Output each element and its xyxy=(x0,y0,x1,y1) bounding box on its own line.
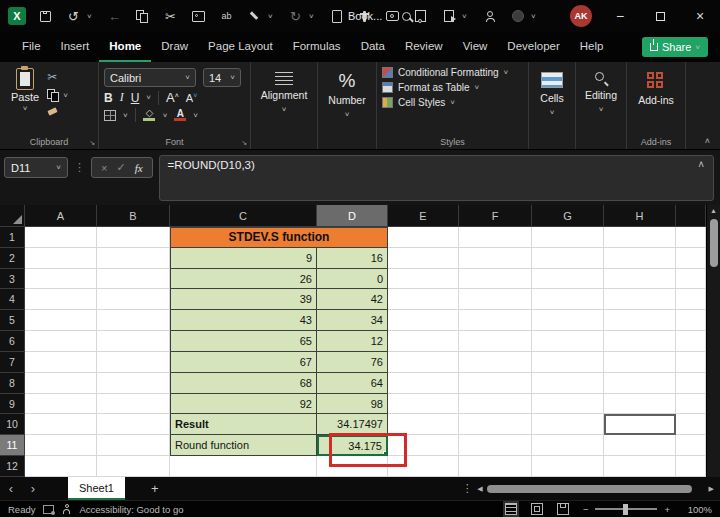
font-size-select[interactable]: 14˅ xyxy=(203,68,241,87)
cell-c3[interactable]: 26 xyxy=(170,269,317,290)
tab-developer[interactable]: Developer xyxy=(497,32,569,62)
cell-c2[interactable]: 9 xyxy=(170,248,317,269)
cell-g3[interactable] xyxy=(532,269,604,290)
tab-help[interactable]: Help xyxy=(570,32,614,62)
cell-h2[interactable] xyxy=(604,248,676,269)
cell-d4[interactable]: 42 xyxy=(317,289,388,310)
row-header-1[interactable]: 1 xyxy=(0,227,25,248)
fill-color-dropdown-icon[interactable]: ˅ xyxy=(163,111,168,120)
cell-a10[interactable] xyxy=(25,414,97,435)
cell-f5[interactable] xyxy=(459,310,532,331)
vertical-scroll-thumb[interactable] xyxy=(710,219,718,267)
add-sheet-button[interactable]: + xyxy=(145,481,165,496)
cell-a5[interactable] xyxy=(25,310,97,331)
row-header-5[interactable]: 5 xyxy=(0,310,25,331)
new-document-icon[interactable] xyxy=(328,8,345,25)
cell-i5[interactable] xyxy=(676,310,706,331)
zoom-slider-thumb[interactable] xyxy=(623,504,628,515)
cell-a9[interactable] xyxy=(25,394,97,415)
search-icon[interactable] xyxy=(398,8,415,25)
cell-b8[interactable] xyxy=(97,373,170,394)
minimize-button[interactable]: − xyxy=(600,0,640,32)
scroll-right-icon[interactable]: ▶ xyxy=(709,485,714,493)
scroll-up-icon[interactable]: ▲ xyxy=(707,207,720,214)
draw-ink-icon[interactable] xyxy=(246,8,263,25)
cell-c10-result-label[interactable]: Result xyxy=(170,414,317,435)
cell-e6[interactable] xyxy=(388,331,459,352)
page-layout-view-button[interactable] xyxy=(531,503,543,515)
row-header-9[interactable]: 9 xyxy=(0,394,25,415)
sheet-tab-sheet1[interactable]: Sheet1 xyxy=(68,477,125,500)
more-commands-icon[interactable]: ˅ xyxy=(531,12,539,21)
avatar[interactable]: AK xyxy=(570,5,592,27)
cell-i4[interactable] xyxy=(676,289,706,310)
zoom-out-button[interactable]: − xyxy=(583,504,589,515)
cell-d6[interactable]: 12 xyxy=(317,331,388,352)
cell-d2[interactable]: 16 xyxy=(317,248,388,269)
cell-h3[interactable] xyxy=(604,269,676,290)
cancel-button[interactable]: × xyxy=(101,162,107,174)
cell-c6[interactable]: 65 xyxy=(170,331,317,352)
borders-icon[interactable] xyxy=(104,110,116,121)
tab-file[interactable]: File xyxy=(12,32,51,62)
insert-function-button[interactable]: fx xyxy=(135,162,143,174)
cell-h11[interactable] xyxy=(604,435,676,456)
increase-font-button[interactable]: A˄ xyxy=(166,90,179,105)
font-color-dropdown-icon[interactable]: ˅ xyxy=(193,111,198,120)
cell-g7[interactable] xyxy=(532,352,604,373)
tab-home[interactable]: Home xyxy=(99,32,151,62)
cell-f11[interactable] xyxy=(459,435,532,456)
cell-e2[interactable] xyxy=(388,248,459,269)
row-header-12[interactable]: 12 xyxy=(0,456,25,477)
cell-b4[interactable] xyxy=(97,289,170,310)
cell-b7[interactable] xyxy=(97,352,170,373)
underline-dropdown-icon[interactable]: ˅ xyxy=(146,93,151,102)
cell-h5[interactable] xyxy=(604,310,676,331)
clipboard-dialog-launcher-icon[interactable]: ↘ xyxy=(89,139,95,147)
cell-h4[interactable] xyxy=(604,289,676,310)
cell-i1[interactable] xyxy=(676,227,706,248)
number-button[interactable]: % Number ˅ xyxy=(323,68,371,119)
tab-page-layout[interactable]: Page Layout xyxy=(198,32,283,62)
next-sheet-icon[interactable]: › xyxy=(22,481,44,496)
cell-c5[interactable]: 43 xyxy=(170,310,317,331)
cell-c11-round-label[interactable]: Round function xyxy=(170,435,317,456)
enter-button[interactable]: ✓ xyxy=(116,161,125,174)
borders-dropdown-icon[interactable]: ˅ xyxy=(123,111,128,120)
cell-f3[interactable] xyxy=(459,269,532,290)
cell-b6[interactable] xyxy=(97,331,170,352)
sheet-options-icon[interactable]: ⋮ xyxy=(457,482,477,495)
conditional-formatting-button[interactable]: Conditional Formatting ˅ xyxy=(382,67,523,78)
cell-e4[interactable] xyxy=(388,289,459,310)
column-header-d[interactable]: D xyxy=(317,205,388,227)
addins-button[interactable]: Add-ins xyxy=(632,68,680,106)
cell-f2[interactable] xyxy=(459,248,532,269)
undo-icon[interactable]: ↺ xyxy=(65,8,82,25)
cell-a1[interactable] xyxy=(25,227,97,248)
cell-e3[interactable] xyxy=(388,269,459,290)
cell-i2[interactable] xyxy=(676,248,706,269)
copy-icon[interactable] xyxy=(134,8,151,25)
font-color-button[interactable]: A xyxy=(174,109,186,121)
cell-c8[interactable]: 68 xyxy=(170,373,317,394)
cell-h1[interactable] xyxy=(604,227,676,248)
cell-c12[interactable] xyxy=(170,456,317,477)
bold-button[interactable]: B xyxy=(104,91,113,105)
cell-d8[interactable]: 64 xyxy=(317,373,388,394)
cut-button[interactable]: ✂ xyxy=(47,70,68,84)
cell-c9[interactable]: 92 xyxy=(170,394,317,415)
cell-b11[interactable] xyxy=(97,435,170,456)
cell-a3[interactable] xyxy=(25,269,97,290)
cell-a11[interactable] xyxy=(25,435,97,456)
cell-c4[interactable]: 39 xyxy=(170,289,317,310)
close-button[interactable]: × xyxy=(680,0,720,32)
cell-f9[interactable] xyxy=(459,394,532,415)
row-header-6[interactable]: 6 xyxy=(0,331,25,352)
cell-a4[interactable] xyxy=(25,289,97,310)
cell-h12[interactable] xyxy=(604,456,676,477)
undo-dropdown-icon[interactable]: ˅ xyxy=(87,12,95,21)
cell-f4[interactable] xyxy=(459,289,532,310)
collapse-ribbon-icon[interactable]: ˄ xyxy=(705,136,710,146)
decrease-font-button[interactable]: A˅ xyxy=(186,92,197,104)
cell-i9[interactable] xyxy=(676,394,706,415)
